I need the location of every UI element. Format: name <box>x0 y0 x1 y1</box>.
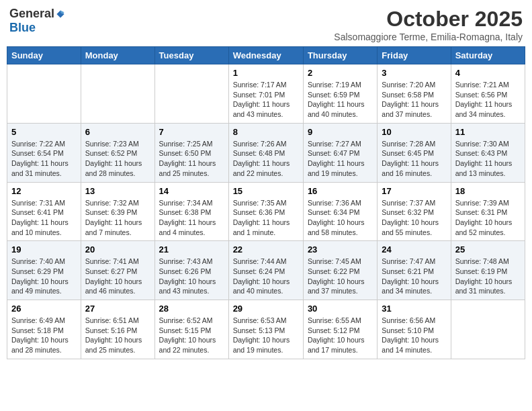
day-number: 14 <box>159 186 224 196</box>
days-header-row: SundayMondayTuesdayWednesdayThursdayFrid… <box>7 47 525 64</box>
calendar-cell <box>451 300 525 359</box>
calendar-cell: 6Sunrise: 7:23 AMSunset: 6:52 PMDaylight… <box>81 123 154 182</box>
day-number: 1 <box>233 68 299 78</box>
day-number: 25 <box>455 244 521 255</box>
day-number: 21 <box>159 244 224 255</box>
day-header-wednesday: Wednesday <box>228 47 303 64</box>
day-number: 31 <box>382 304 446 314</box>
day-number: 24 <box>382 244 446 255</box>
day-header-saturday: Saturday <box>451 47 525 64</box>
calendar-cell <box>81 64 154 124</box>
cell-content: Sunrise: 7:35 AMSunset: 6:36 PMDaylight:… <box>233 198 299 238</box>
day-header-sunday: Sunday <box>7 47 81 64</box>
calendar-cell: 15Sunrise: 7:35 AMSunset: 6:36 PMDayligh… <box>228 182 303 241</box>
week-row-5: 26Sunrise: 6:49 AMSunset: 5:18 PMDayligh… <box>7 300 525 359</box>
day-number: 9 <box>308 127 373 137</box>
day-number: 22 <box>233 244 299 255</box>
cell-content: Sunrise: 7:47 AMSunset: 6:21 PMDaylight:… <box>382 257 446 296</box>
day-number: 15 <box>233 186 299 196</box>
cell-content: Sunrise: 7:41 AMSunset: 6:27 PMDaylight:… <box>85 257 150 296</box>
calendar-cell: 28Sunrise: 6:52 AMSunset: 5:15 PMDayligh… <box>154 300 228 359</box>
day-number: 7 <box>159 127 224 137</box>
calendar-cell: 25Sunrise: 7:48 AMSunset: 6:19 PMDayligh… <box>451 241 525 300</box>
logo: General Blue <box>9 7 65 35</box>
location-subtitle: Salsomaggiore Terme, Emilia-Romagna, Ita… <box>334 32 523 42</box>
cell-content: Sunrise: 6:53 AMSunset: 5:13 PMDaylight:… <box>233 316 299 355</box>
cell-content: Sunrise: 6:52 AMSunset: 5:15 PMDaylight:… <box>159 316 224 355</box>
calendar-cell: 4Sunrise: 7:21 AMSunset: 6:56 PMDaylight… <box>451 64 525 124</box>
cell-content: Sunrise: 7:39 AMSunset: 6:31 PMDaylight:… <box>455 198 521 238</box>
day-number: 30 <box>308 304 373 314</box>
calendar-cell: 7Sunrise: 7:25 AMSunset: 6:50 PMDaylight… <box>154 123 228 182</box>
week-row-4: 19Sunrise: 7:40 AMSunset: 6:29 PMDayligh… <box>7 241 525 300</box>
day-number: 16 <box>308 186 373 196</box>
cell-content: Sunrise: 7:45 AMSunset: 6:22 PMDaylight:… <box>308 257 373 296</box>
calendar-cell: 30Sunrise: 6:55 AMSunset: 5:12 PMDayligh… <box>303 300 377 359</box>
title-section: October 2025 Salsomaggiore Terme, Emilia… <box>334 7 523 42</box>
day-number: 17 <box>382 186 446 196</box>
day-number: 6 <box>85 127 150 137</box>
calendar-table: SundayMondayTuesdayWednesdayThursdayFrid… <box>7 46 525 359</box>
cell-content: Sunrise: 7:22 AMSunset: 6:54 PMDaylight:… <box>11 139 77 179</box>
calendar-cell: 9Sunrise: 7:27 AMSunset: 6:47 PMDaylight… <box>303 123 377 182</box>
calendar-cell: 14Sunrise: 7:34 AMSunset: 6:38 PMDayligh… <box>154 182 228 241</box>
calendar-cell <box>154 64 228 124</box>
cell-content: Sunrise: 7:28 AMSunset: 6:45 PMDaylight:… <box>382 139 446 179</box>
day-number: 20 <box>85 244 150 255</box>
day-number: 11 <box>455 127 521 137</box>
day-header-monday: Monday <box>81 47 154 64</box>
calendar-cell: 29Sunrise: 6:53 AMSunset: 5:13 PMDayligh… <box>228 300 303 359</box>
week-row-1: 1Sunrise: 7:17 AMSunset: 7:01 PMDaylight… <box>7 64 525 124</box>
calendar-cell: 5Sunrise: 7:22 AMSunset: 6:54 PMDaylight… <box>7 123 81 182</box>
calendar-cell: 1Sunrise: 7:17 AMSunset: 7:01 PMDaylight… <box>228 64 303 124</box>
calendar-cell <box>7 64 81 124</box>
cell-content: Sunrise: 7:27 AMSunset: 6:47 PMDaylight:… <box>308 139 373 179</box>
day-header-thursday: Thursday <box>303 47 377 64</box>
calendar-cell: 22Sunrise: 7:44 AMSunset: 6:24 PMDayligh… <box>228 241 303 300</box>
cell-content: Sunrise: 7:31 AMSunset: 6:41 PMDaylight:… <box>11 198 77 238</box>
cell-content: Sunrise: 7:25 AMSunset: 6:50 PMDaylight:… <box>159 139 224 179</box>
cell-content: Sunrise: 7:32 AMSunset: 6:39 PMDaylight:… <box>85 198 150 238</box>
day-number: 29 <box>233 304 299 314</box>
day-number: 2 <box>308 68 373 78</box>
calendar-cell: 21Sunrise: 7:43 AMSunset: 6:26 PMDayligh… <box>154 241 228 300</box>
calendar-cell: 10Sunrise: 7:28 AMSunset: 6:45 PMDayligh… <box>378 123 451 182</box>
cell-content: Sunrise: 7:40 AMSunset: 6:29 PMDaylight:… <box>11 257 77 296</box>
cell-content: Sunrise: 7:37 AMSunset: 6:32 PMDaylight:… <box>382 198 446 238</box>
day-header-friday: Friday <box>378 47 451 64</box>
calendar-cell: 11Sunrise: 7:30 AMSunset: 6:43 PMDayligh… <box>451 123 525 182</box>
day-number: 26 <box>11 304 77 314</box>
day-number: 12 <box>11 186 77 196</box>
calendar-cell: 20Sunrise: 7:41 AMSunset: 6:27 PMDayligh… <box>81 241 154 300</box>
calendar-cell: 16Sunrise: 7:36 AMSunset: 6:34 PMDayligh… <box>303 182 377 241</box>
cell-content: Sunrise: 7:20 AMSunset: 6:58 PMDaylight:… <box>382 80 446 120</box>
calendar-cell: 31Sunrise: 6:56 AMSunset: 5:10 PMDayligh… <box>378 300 451 359</box>
calendar-cell: 2Sunrise: 7:19 AMSunset: 6:59 PMDaylight… <box>303 64 377 124</box>
cell-content: Sunrise: 7:26 AMSunset: 6:48 PMDaylight:… <box>233 139 299 179</box>
cell-content: Sunrise: 7:43 AMSunset: 6:26 PMDaylight:… <box>159 257 224 296</box>
day-number: 4 <box>455 68 521 78</box>
calendar-cell: 23Sunrise: 7:45 AMSunset: 6:22 PMDayligh… <box>303 241 377 300</box>
cell-content: Sunrise: 7:48 AMSunset: 6:19 PMDaylight:… <box>455 257 521 296</box>
day-number: 3 <box>382 68 446 78</box>
day-number: 10 <box>382 127 446 137</box>
calendar-cell: 12Sunrise: 7:31 AMSunset: 6:41 PMDayligh… <box>7 182 81 241</box>
day-number: 18 <box>455 186 521 196</box>
cell-content: Sunrise: 7:36 AMSunset: 6:34 PMDaylight:… <box>308 198 373 238</box>
calendar-cell: 27Sunrise: 6:51 AMSunset: 5:16 PMDayligh… <box>81 300 154 359</box>
cell-content: Sunrise: 7:34 AMSunset: 6:38 PMDaylight:… <box>159 198 224 238</box>
calendar-cell: 17Sunrise: 7:37 AMSunset: 6:32 PMDayligh… <box>378 182 451 241</box>
calendar-cell: 24Sunrise: 7:47 AMSunset: 6:21 PMDayligh… <box>378 241 451 300</box>
day-number: 19 <box>11 244 77 255</box>
cell-content: Sunrise: 6:55 AMSunset: 5:12 PMDaylight:… <box>308 316 373 355</box>
calendar-cell: 19Sunrise: 7:40 AMSunset: 6:29 PMDayligh… <box>7 241 81 300</box>
logo-general-text: General <box>9 7 54 21</box>
calendar-cell: 13Sunrise: 7:32 AMSunset: 6:39 PMDayligh… <box>81 182 154 241</box>
week-row-2: 5Sunrise: 7:22 AMSunset: 6:54 PMDaylight… <box>7 123 525 182</box>
cell-content: Sunrise: 6:51 AMSunset: 5:16 PMDaylight:… <box>85 316 150 355</box>
week-row-3: 12Sunrise: 7:31 AMSunset: 6:41 PMDayligh… <box>7 182 525 241</box>
cell-content: Sunrise: 6:56 AMSunset: 5:10 PMDaylight:… <box>382 316 446 355</box>
cell-content: Sunrise: 7:30 AMSunset: 6:43 PMDaylight:… <box>455 139 521 179</box>
day-number: 23 <box>308 244 373 255</box>
cell-content: Sunrise: 7:21 AMSunset: 6:56 PMDaylight:… <box>455 80 521 120</box>
